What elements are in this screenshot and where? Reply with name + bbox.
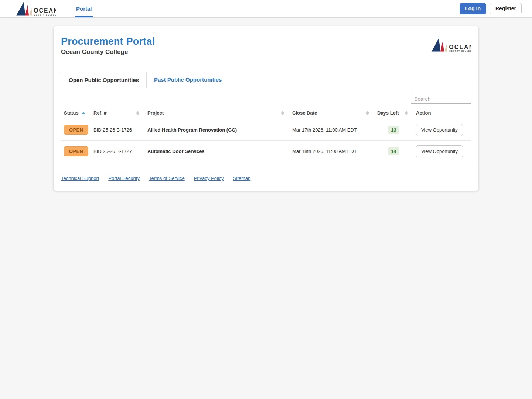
- table-row: OPEN BID 25-26 B-1726 Allied Health Prog…: [61, 119, 471, 141]
- ref-cell: BID 25-26 B-1726: [91, 119, 144, 141]
- procurement-portal-card: Procurement Portal Ocean County College …: [53, 26, 479, 191]
- days-left-cell: 14: [374, 141, 413, 162]
- column-label-ref: Ref. #: [93, 110, 106, 116]
- opportunities-tabs: Open Public Opportunities Past Public Op…: [61, 72, 471, 88]
- title-block: Procurement Portal Ocean County College: [61, 36, 155, 56]
- tab-past-public-opportunities[interactable]: Past Public Opportunities: [147, 72, 229, 88]
- logo-ocean-text: OCEAN: [34, 7, 56, 14]
- register-button[interactable]: Register: [490, 3, 522, 14]
- project-cell: Automatic Door Services: [144, 141, 289, 162]
- tab-open-public-opportunities[interactable]: Open Public Opportunities: [61, 72, 147, 88]
- privacy-policy-link[interactable]: Privacy Policy: [194, 175, 224, 181]
- sort-ascending-icon: [82, 112, 85, 114]
- column-header-action: Action: [413, 107, 471, 119]
- technical-support-link[interactable]: Technical Support: [61, 175, 99, 181]
- terms-of-service-link[interactable]: Terms of Service: [149, 175, 185, 181]
- ocean-county-college-logo[interactable]: OCEAN COUNTY COLLEGE: [15, 0, 56, 17]
- status-cell: OPEN: [61, 141, 91, 162]
- card-header: Procurement Portal Ocean County College …: [61, 36, 471, 56]
- page-title: Procurement Portal: [61, 36, 155, 47]
- close-date-cell: Mar 18th 2026, 11:00 AM EDT: [289, 141, 374, 162]
- search-row: [61, 94, 471, 104]
- footer-links: Technical Support Portal Security Terms …: [61, 175, 471, 181]
- view-opportunity-button[interactable]: View Opportunity: [416, 124, 463, 136]
- column-label-status: Status: [64, 110, 79, 116]
- login-button[interactable]: Log In: [460, 3, 486, 14]
- column-header-status[interactable]: Status: [61, 107, 91, 119]
- project-cell: Allied Health Program Renovation (GC): [144, 119, 289, 141]
- portal-security-link[interactable]: Portal Security: [108, 175, 140, 181]
- close-date-cell: Mar 17th 2026, 11:00 AM EDT: [289, 119, 374, 141]
- page-subtitle: Ocean County College: [61, 48, 155, 56]
- table-header-row: Status Ref. # Project: [61, 107, 471, 119]
- nav-portal-link[interactable]: Portal: [75, 0, 93, 17]
- column-label-action: Action: [416, 110, 431, 116]
- column-header-ref[interactable]: Ref. #: [91, 107, 144, 119]
- table-row: OPEN BID 25-26 B-1727 Automatic Door Ser…: [61, 141, 471, 162]
- sort-both-icon: [281, 111, 284, 115]
- card-logo-county-college-text: COUNTY COLLEGE: [449, 50, 471, 52]
- days-left-cell: 13: [374, 119, 413, 141]
- auth-actions: Log In Register: [460, 0, 522, 17]
- card-sailboat-logo-icon: OCEAN COUNTY COLLEGE: [430, 36, 471, 54]
- search-input[interactable]: [411, 94, 471, 104]
- ref-cell: BID 25-26 B-1727: [91, 141, 144, 162]
- column-label-project: Project: [147, 110, 164, 116]
- card-logo-ocean-text: OCEAN: [449, 44, 471, 50]
- days-left-badge: 13: [388, 126, 399, 134]
- header-divider: [61, 62, 471, 62]
- action-cell: View Opportunity: [413, 119, 471, 141]
- column-label-close-date: Close Date: [292, 110, 317, 116]
- top-navigation-bar: OCEAN COUNTY COLLEGE Portal Log In Regis…: [0, 0, 532, 18]
- column-header-close-date[interactable]: Close Date: [289, 107, 374, 119]
- status-badge-open: OPEN: [64, 146, 88, 156]
- sitemap-link[interactable]: Sitemap: [233, 175, 251, 181]
- column-header-project[interactable]: Project: [144, 107, 289, 119]
- sort-both-icon: [405, 111, 408, 115]
- sort-both-icon: [366, 111, 369, 115]
- sort-both-icon: [136, 111, 139, 115]
- status-cell: OPEN: [61, 119, 91, 141]
- status-badge-open: OPEN: [64, 125, 88, 135]
- column-header-days-left[interactable]: Days Left: [374, 107, 413, 119]
- action-cell: View Opportunity: [413, 141, 471, 162]
- view-opportunity-button[interactable]: View Opportunity: [416, 145, 463, 157]
- opportunities-table: Status Ref. # Project: [61, 107, 471, 162]
- sailboat-logo-icon: OCEAN COUNTY COLLEGE: [15, 1, 56, 16]
- days-left-badge: 14: [388, 147, 399, 155]
- logo-county-college-text: COUNTY COLLEGE: [34, 14, 56, 16]
- column-label-days-left: Days Left: [377, 110, 399, 116]
